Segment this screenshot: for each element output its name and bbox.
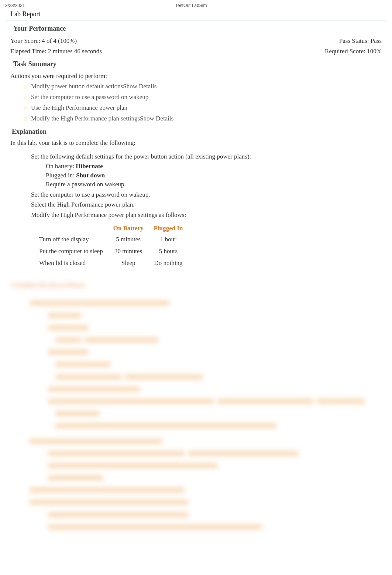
battery-prefix: On battery: bbox=[46, 163, 76, 170]
performance-row: Your Score: 4 of 4 (100%) Elapsed Time: … bbox=[10, 36, 382, 57]
required-score-label: Required Score: 100% bbox=[325, 47, 382, 56]
report-title: Lab Report bbox=[10, 10, 387, 18]
action-item: Modify power button default actionsShow … bbox=[24, 81, 387, 92]
explanation-task-list: Set the following default settings for t… bbox=[31, 152, 387, 220]
task-item: Select the High Performance power plan. bbox=[31, 200, 387, 210]
page-root: 3/23/2021 TestOut LabSim Lab Report Your… bbox=[0, 0, 392, 548]
page-meta-bar: 3/23/2021 TestOut LabSim bbox=[5, 3, 387, 8]
task-item: Set the following default settings for t… bbox=[31, 152, 387, 189]
action-item: Use the High Performance power plan bbox=[24, 103, 387, 113]
cell-value: 1 hour bbox=[149, 234, 188, 245]
table-row: When lid is closed Sleep Do nothing bbox=[34, 257, 188, 269]
redacted-heading: Complete this lab as follows: bbox=[11, 280, 387, 290]
task-sub-list: On battery: Hibernate Plugged in: Shut d… bbox=[46, 162, 387, 189]
row-label: Turn off the display bbox=[34, 234, 108, 245]
cell-value: 5 minutes bbox=[108, 234, 149, 245]
task-item: Modify the High Performance power plan s… bbox=[31, 210, 387, 220]
row-label: When lid is closed bbox=[34, 257, 108, 269]
cell-value: 30 minutes bbox=[108, 245, 149, 257]
task-sub-item: Plugged in: Shut down bbox=[46, 171, 387, 180]
row-label: Put the computer to sleep bbox=[34, 245, 108, 257]
task-item: Set the computer to use a password on wa… bbox=[31, 190, 387, 200]
power-settings-table: On Battery Plugged In Turn off the displ… bbox=[34, 223, 188, 269]
table-row: Put the computer to sleep 30 minutes 5 h… bbox=[34, 245, 188, 257]
table-row: Turn off the display 5 minutes 1 hour bbox=[34, 234, 188, 245]
action-item: Modify the High Performance plan setting… bbox=[24, 113, 387, 124]
cell-value: 5 hours bbox=[149, 245, 188, 257]
redacted-instructions: Complete this lab as follows: bbox=[11, 280, 387, 531]
action-item: Set the computer to use a password on wa… bbox=[24, 92, 387, 103]
plugged-value: Shut down bbox=[76, 172, 105, 179]
divider bbox=[5, 20, 387, 21]
cell-value: Do nothing bbox=[149, 257, 188, 269]
your-performance-heading: Your Performance bbox=[13, 25, 387, 33]
task-summary-heading: Task Summary bbox=[13, 60, 387, 68]
task-main-text: Set the following default settings for t… bbox=[31, 153, 251, 160]
pass-status-label: Pass Status: Pass bbox=[325, 36, 382, 46]
explanation-heading: Explanation bbox=[12, 128, 387, 136]
explanation-intro: In this lab, your task is to complete th… bbox=[10, 139, 387, 147]
performance-left: Your Score: 4 of 4 (100%) Elapsed Time: … bbox=[10, 36, 102, 57]
plugged-prefix: Plugged in: bbox=[46, 172, 76, 179]
battery-value: Hibernate bbox=[76, 163, 103, 170]
performance-right: Pass Status: Pass Required Score: 100% bbox=[325, 36, 382, 57]
page-app-name: TestOut LabSim bbox=[25, 3, 357, 8]
meta-spacer bbox=[357, 3, 387, 8]
cell-value: Sleep bbox=[108, 257, 149, 269]
table-header-row: On Battery Plugged In bbox=[34, 223, 188, 234]
col-on-battery: On Battery bbox=[108, 223, 149, 234]
col-plugged-in: Plugged In bbox=[149, 223, 188, 234]
actions-list: Modify power button default actionsShow … bbox=[24, 81, 387, 124]
score-label: Your Score: 4 of 4 (100%) bbox=[10, 36, 102, 46]
task-sub-item: On battery: Hibernate bbox=[46, 162, 387, 171]
elapsed-time-label: Elapsed Time: 2 minutes 46 seconds bbox=[10, 47, 102, 56]
task-sub-item: Require a password on wakeup. bbox=[46, 180, 387, 189]
page-date: 3/23/2021 bbox=[5, 3, 25, 8]
actions-required-title: Actions you were required to perform: bbox=[10, 72, 387, 80]
